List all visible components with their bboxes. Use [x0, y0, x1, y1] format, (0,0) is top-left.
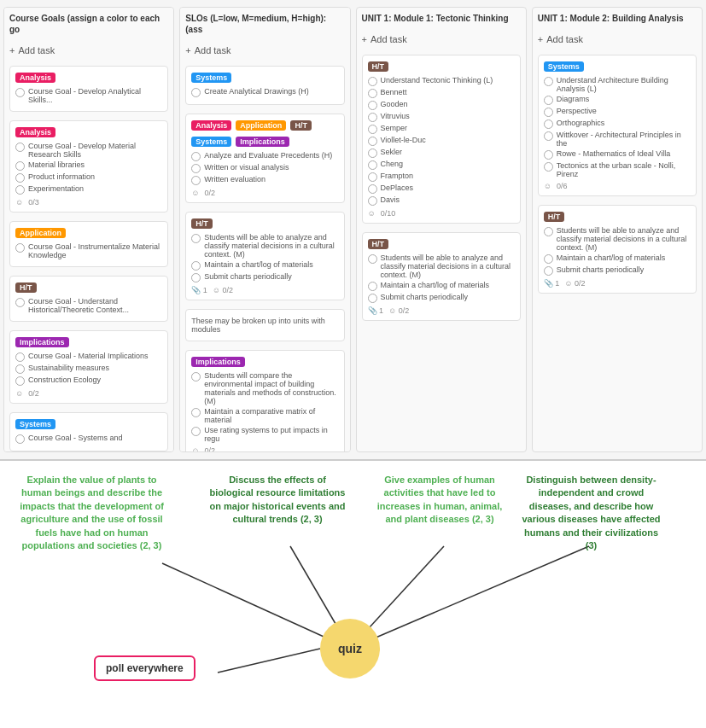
checkbox[interactable] — [191, 152, 201, 161]
subtask-item: Cheng — [368, 160, 515, 170]
checkbox[interactable] — [368, 160, 377, 170]
mind-map-bubble-4: Distinguish between density-independent … — [521, 474, 662, 552]
checkbox[interactable] — [15, 364, 25, 374]
task-meta: ☺0/2 — [191, 189, 338, 197]
task-title: Students will be able to analyze and cla… — [368, 253, 515, 279]
checkbox[interactable] — [191, 273, 201, 282]
subtask-item: Vitruvius — [368, 112, 515, 122]
checkbox[interactable] — [368, 149, 377, 158]
task-meta: 📎 1☺ 0/2 — [544, 279, 691, 288]
plus-icon: + — [538, 34, 543, 44]
checkbox[interactable] — [15, 143, 25, 152]
tag-implications: Implications — [191, 357, 245, 367]
checkbox[interactable] — [368, 77, 377, 86]
task-title: Create Analytical Drawings (H) — [191, 87, 338, 97]
task-card: H/T Students will be able to analyze and… — [185, 212, 344, 300]
tag-systems: Systems — [544, 61, 584, 72]
checkbox[interactable] — [544, 227, 553, 236]
checkbox[interactable] — [368, 294, 377, 303]
checkbox[interactable] — [368, 137, 377, 146]
checkbox[interactable] — [15, 434, 25, 444]
checkbox[interactable] — [368, 125, 377, 134]
subtask-item: Rowe - Mathematics of Ideal Villa — [544, 149, 691, 160]
subtask-item: DePlaces — [368, 183, 515, 194]
checkbox[interactable] — [191, 427, 201, 436]
mind-map-bubble-1: Explain the value of plants to human bei… — [17, 474, 166, 552]
quiz-node[interactable]: quiz — [320, 619, 380, 678]
checkbox[interactable] — [544, 150, 553, 160]
checkbox[interactable] — [15, 352, 25, 362]
checkbox[interactable] — [15, 88, 25, 97]
checkbox[interactable] — [15, 298, 25, 307]
meta-icon: ☺ — [544, 182, 551, 190]
subtask-item: Semper — [368, 124, 515, 134]
checkbox[interactable] — [544, 108, 553, 117]
add-task-button-4[interactable]: + Add task — [538, 32, 697, 46]
meta-icon: ☺ — [15, 389, 23, 398]
meta-icon: ☺ — [191, 446, 199, 452]
subtask-item: Diagrams — [544, 95, 691, 105]
checkbox[interactable] — [15, 243, 25, 253]
checkbox[interactable] — [368, 89, 377, 98]
checkbox[interactable] — [191, 408, 201, 417]
checkbox[interactable] — [544, 266, 553, 276]
column-module1: UNIT 1: Module 1: Tectonic Thinking + Ad… — [356, 7, 527, 452]
tag-application: Application — [236, 120, 286, 131]
add-task-button-3[interactable]: + Add task — [362, 32, 521, 46]
checkbox[interactable] — [544, 96, 553, 105]
column-slos: SLOs (L=low, M=medium, H=high): (ass + A… — [179, 7, 350, 452]
subtask-item: Material libraries — [15, 160, 162, 171]
subtask-item: Tectonics at the urban scale - Nolli, Pi… — [544, 161, 691, 178]
mind-map-bubble-2: Discuss the effects of biological resour… — [209, 474, 346, 527]
checkbox[interactable] — [191, 176, 201, 185]
checkbox[interactable] — [368, 113, 377, 122]
checkbox[interactable] — [191, 261, 201, 271]
checkbox[interactable] — [15, 173, 25, 183]
tag-ht: H/T — [368, 239, 389, 249]
svg-line-3 — [350, 546, 589, 649]
checkbox[interactable] — [15, 376, 25, 386]
subtask-item: Sustainability measures — [15, 364, 162, 374]
poll-node[interactable]: poll everywhere — [94, 655, 195, 681]
checkbox[interactable] — [368, 101, 377, 110]
tag-systems: Systems — [15, 419, 55, 429]
task-card: H/T Understand Tectonic Thinking (L) Ben… — [362, 55, 521, 224]
checkbox[interactable] — [191, 372, 201, 381]
task-card: H/T Course Goal - Understand Historical/… — [9, 276, 168, 322]
checkbox[interactable] — [368, 282, 377, 291]
add-task-button-1[interactable]: + Add task — [9, 44, 168, 57]
checkbox[interactable] — [15, 161, 25, 171]
tag-ht: H/T — [368, 61, 389, 72]
subtask-item: Product information — [15, 172, 162, 183]
checkbox[interactable] — [191, 88, 201, 97]
task-title: Course Goal - Develop Material Research … — [15, 142, 162, 159]
meta-icon: ☺ — [15, 198, 23, 207]
checkbox[interactable] — [368, 184, 377, 194]
checkbox[interactable] — [191, 164, 201, 173]
task-card: Systems Course Goal - Systems and — [9, 412, 168, 451]
checkbox[interactable] — [544, 162, 553, 172]
checkbox[interactable] — [191, 234, 201, 243]
checkbox[interactable] — [368, 254, 377, 264]
column-module2: UNIT 1: Module 2: Building Analysis + Ad… — [532, 7, 703, 452]
checkbox[interactable] — [544, 254, 553, 264]
task-card: These may be broken up into units with m… — [185, 309, 344, 341]
task-title: Course Goal - Understand Historical/Theo… — [15, 297, 162, 314]
subtask-item: Maintain a chart/log of materials — [544, 253, 691, 264]
checkbox[interactable] — [544, 77, 553, 86]
checkbox[interactable] — [368, 196, 377, 206]
checkbox[interactable] — [544, 131, 553, 141]
subtask-item: Submit charts periodically — [191, 272, 338, 282]
task-title: Course Goal - Material Implications — [15, 352, 162, 362]
checkbox[interactable] — [368, 172, 377, 182]
tag-systems: Systems — [191, 73, 231, 83]
checkbox[interactable] — [544, 119, 553, 129]
subtask-item: Submit charts periodically — [544, 265, 691, 276]
task-card: Analysis Application H/T Systems Implica… — [185, 114, 344, 203]
mind-map-container: Explain the value of plants to human bei… — [0, 461, 706, 728]
add-task-button-2[interactable]: + Add task — [185, 44, 344, 57]
meta-icon: ☺ — [368, 209, 376, 218]
tag-ht: H/T — [290, 120, 312, 131]
subtask-item: Sekler — [368, 148, 515, 158]
checkbox[interactable] — [15, 185, 25, 195]
